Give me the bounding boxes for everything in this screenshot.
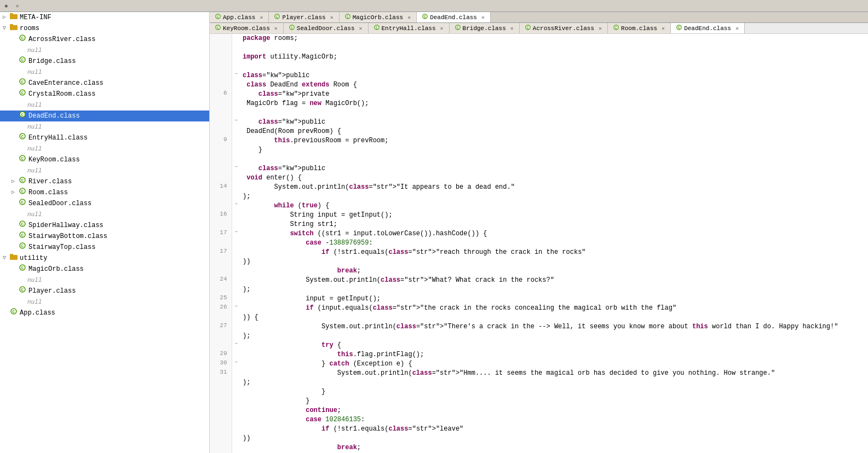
tree-item-player[interactable]: CPlayer.class [0, 286, 209, 297]
code-content [240, 108, 868, 118]
tree-toggle: ▷ [0, 13, 9, 22]
tree-item-utility[interactable]: ▽utility [0, 253, 209, 264]
tree-item-entryhall[interactable]: CEntryHall.class [0, 132, 209, 143]
tree-item-null-3[interactable]: null [0, 100, 209, 111]
tree-item-null-4[interactable]: null [0, 121, 209, 132]
tab-DeadEnd-class[interactable]: CDeadEnd.class✕ [671, 23, 745, 34]
code-line: 14 System.out.println(class="str">"It ap… [210, 183, 868, 201]
tab-close-button[interactable]: ✕ [274, 25, 278, 32]
tree-item-null-9[interactable]: null [0, 297, 209, 307]
folder-icon [9, 24, 19, 33]
tab-close-button[interactable]: ✕ [481, 14, 485, 21]
tab-close-button[interactable]: ✕ [510, 25, 514, 32]
line-number [210, 71, 232, 90]
svg-text:C: C [678, 26, 680, 30]
fold-toggle[interactable]: − [232, 341, 240, 350]
fold-toggle[interactable]: − [232, 164, 240, 183]
tree-null-label: null [26, 297, 42, 307]
tab-close-button[interactable]: ✕ [359, 25, 362, 32]
tree-item-stairwaytop[interactable]: CStairwayTop.class [0, 242, 209, 253]
code-content: class="kw">public DeadEnd(Room prevRoom)… [240, 118, 868, 136]
tree-item-keyroom[interactable]: CKeyRoom.class [0, 154, 209, 165]
tree-item-rooms[interactable]: ▽rooms [0, 23, 209, 34]
tree-null-label: null [26, 166, 42, 176]
code-content: System.out.println(class="str">"There's … [240, 322, 868, 341]
tree-item-stairwaybottom[interactable]: CStairwayBottom.class [0, 231, 209, 242]
tree-item-acrossriver[interactable]: CAcrossRiver.class [0, 34, 209, 45]
tree-item-null-8[interactable]: null [0, 275, 209, 286]
tree-item-meta-inf[interactable]: ▷META-INF [0, 12, 209, 23]
code-editor[interactable]: package rooms; import utility.MagicOrb; … [210, 34, 868, 453]
tab-close-button[interactable]: ✕ [662, 25, 665, 32]
tab-AcrossRiver-class[interactable]: CAcrossRiver.class✕ [520, 23, 608, 33]
tree-item-app[interactable]: CApp.class [0, 307, 209, 318]
tree-item-null-5[interactable]: null [0, 143, 209, 154]
tab-KeyRoom-class[interactable]: CKeyRoom.class✕ [210, 23, 284, 33]
tree-item-spiderhallway[interactable]: CSpiderHallway.class [0, 220, 209, 231]
tree-item-caveenterance[interactable]: CCaveEnterance.class [0, 78, 209, 89]
code-line: String str1; [210, 220, 868, 229]
tree-item-river[interactable]: ▷CRiver.class [0, 176, 209, 187]
tree-item-bridge[interactable]: CBridge.class [0, 56, 209, 67]
tab-Bridge-class[interactable]: CBridge.class✕ [450, 23, 520, 33]
tree-item-crystalroom[interactable]: CCrystalRoom.class [0, 89, 209, 100]
tree-item-null-7[interactable]: null [0, 209, 209, 220]
svg-text:C: C [21, 200, 24, 205]
svg-text:C: C [21, 57, 24, 62]
tab-bar-row2: CKeyRoom.class✕CSealedDoor.class✕CEntryH… [210, 23, 868, 34]
code-line: 31 System.out.println(class="str">"Hmm..… [210, 369, 868, 387]
code-line: 26− if (input.equals(class="str">"the cr… [210, 304, 868, 322]
tree-item-magicorb[interactable]: CMagicOrb.class [0, 264, 209, 275]
tab-EntryHall-class[interactable]: CEntryHall.class✕ [369, 23, 450, 33]
line-number [210, 341, 232, 350]
tree-item-sealeddoor[interactable]: CSealedDoor.class [0, 198, 209, 209]
tree-null-label: null [26, 67, 42, 77]
tab-close-button[interactable]: ✕ [260, 14, 263, 21]
tab-close-button[interactable]: ✕ [407, 14, 411, 21]
tab-MagicOrb-class[interactable]: CMagicOrb.class✕ [340, 12, 417, 22]
fold-toggle [232, 294, 240, 304]
code-line: −class="kw">public class DeadEnd extends… [210, 71, 868, 90]
fold-toggle[interactable]: − [232, 201, 240, 211]
fold-toggle[interactable]: − [232, 304, 240, 322]
tab-DeadEnd-class[interactable]: CDeadEnd.class✕ [417, 12, 491, 23]
tree-item-null-6[interactable]: null [0, 165, 209, 176]
tree-item-deadend[interactable]: CDeadEnd.class [0, 111, 209, 121]
class-icon: C [18, 188, 27, 198]
title-close-button[interactable]: ✕ [16, 3, 19, 9]
tab-close-button[interactable]: ✕ [330, 14, 334, 21]
svg-text:C: C [21, 112, 24, 117]
tree-item-label: StairwayBottom.class [27, 231, 107, 241]
fold-toggle[interactable]: − [232, 229, 240, 239]
tree-item-null-1[interactable]: null [0, 45, 209, 56]
tab-label: KeyRoom.class [223, 25, 270, 32]
class-icon: C [18, 286, 27, 296]
line-number: 16 [210, 211, 232, 220]
tree-item-label: StairwayTop.class [27, 242, 95, 252]
code-line: import utility.MagicOrb; [210, 53, 868, 62]
file-tree[interactable]: ▷META-INF▽roomsCAcrossRiver.classnullCBr… [0, 12, 210, 453]
tree-item-room[interactable]: ▷CRoom.class [0, 187, 209, 198]
tab-App-class[interactable]: CApp.class✕ [210, 12, 269, 22]
code-content: if (!str1.equals(class="str">"leave")) [240, 425, 868, 443]
fold-toggle[interactable]: − [232, 71, 240, 90]
tree-item-null-2[interactable]: null [0, 67, 209, 78]
line-number [210, 220, 232, 229]
tree-toggle: ▷ [9, 177, 18, 187]
code-table: package rooms; import utility.MagicOrb; … [210, 34, 868, 453]
line-number [210, 34, 232, 43]
fold-toggle [232, 62, 240, 71]
svg-text:C: C [457, 26, 459, 30]
svg-text:C: C [21, 36, 24, 40]
tab-label: AcrossRiver.class [533, 25, 594, 32]
line-number [210, 146, 232, 155]
tab-SealedDoor-class[interactable]: CSealedDoor.class✕ [284, 23, 369, 33]
tab-close-button[interactable]: ✕ [440, 25, 444, 32]
fold-toggle[interactable]: − [232, 359, 240, 369]
tab-Player-class[interactable]: CPlayer.class✕ [269, 12, 339, 22]
tab-Room-class[interactable]: CRoom.class✕ [608, 23, 671, 33]
fold-toggle[interactable]: − [232, 118, 240, 136]
svg-rect-2 [10, 25, 18, 30]
tab-close-button[interactable]: ✕ [599, 25, 602, 32]
tab-close-button[interactable]: ✕ [735, 25, 739, 32]
